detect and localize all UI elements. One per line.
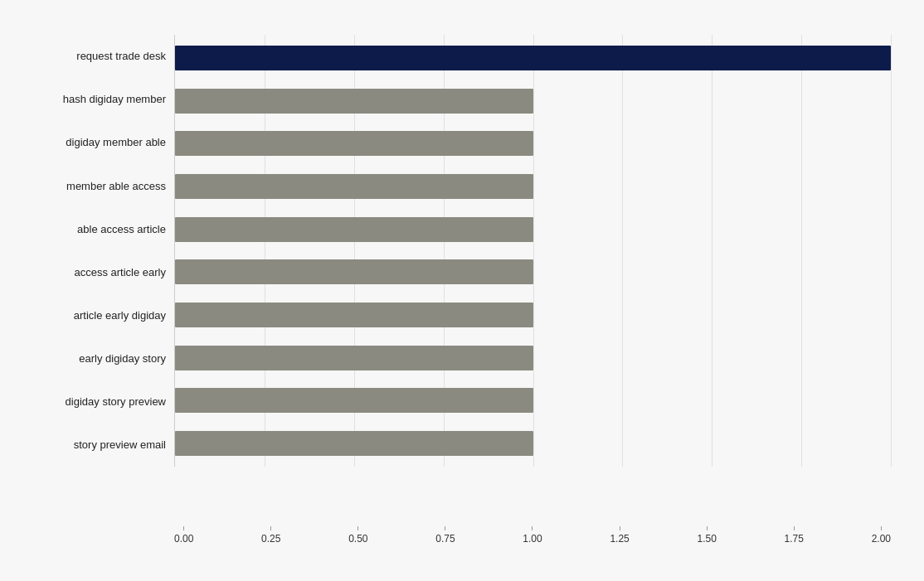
x-tick-label: 1.25: [610, 533, 629, 545]
bar: [175, 89, 533, 114]
x-tick-label: 0.75: [435, 533, 455, 545]
bar-row: [175, 43, 891, 73]
x-tick: 0.25: [261, 526, 280, 545]
x-tick-label: 0.25: [261, 533, 280, 545]
y-label: access article early: [33, 266, 166, 279]
y-label: early digiday story: [33, 352, 166, 366]
chart-container: request trade deskhash digiday memberdig…: [0, 0, 924, 581]
bar: [175, 303, 533, 327]
x-tick-label: 0.00: [174, 533, 193, 545]
y-label: digiday member able: [33, 136, 166, 149]
x-tick: 1.50: [697, 526, 716, 545]
grid-line: [891, 35, 892, 467]
x-tick-label: 1.75: [785, 533, 804, 545]
x-tick-line: [357, 526, 358, 530]
x-tick-line: [620, 526, 620, 530]
bar-row: [175, 215, 891, 245]
bar-row: [175, 172, 891, 201]
bar-row: [175, 257, 891, 287]
y-axis: request trade deskhash digiday memberdig…: [33, 35, 174, 467]
y-label: article early digiday: [33, 309, 166, 322]
bar: [175, 388, 533, 413]
x-tick-label: 0.50: [348, 533, 367, 545]
x-axis: 0.000.250.500.751.001.251.501.752.00: [174, 526, 891, 545]
x-tick-line: [183, 526, 184, 530]
x-tick: 0.75: [435, 526, 455, 545]
bar-row: [175, 86, 891, 116]
bar-row: [175, 343, 891, 373]
bar: [175, 431, 533, 456]
chart-title: [33, 17, 891, 20]
x-tick-line: [270, 526, 271, 530]
y-label: story preview email: [33, 438, 166, 452]
y-label: able access article: [33, 223, 166, 236]
bar-row: [175, 385, 891, 415]
x-tick: 1.25: [610, 526, 629, 545]
bar: [175, 346, 533, 370]
bar-row: [175, 428, 891, 458]
bar: [175, 46, 891, 70]
y-label: member able access: [33, 180, 166, 193]
y-label: request trade desk: [33, 50, 166, 63]
x-tick-label: 1.50: [697, 533, 716, 545]
x-tick-label: 2.00: [872, 533, 891, 545]
y-label: digiday story preview: [33, 395, 166, 409]
x-tick-line: [532, 526, 533, 530]
bar-row: [175, 300, 891, 330]
x-tick: 2.00: [872, 526, 891, 545]
x-tick: 1.00: [523, 526, 542, 545]
bar: [175, 259, 533, 284]
x-tick-line: [881, 526, 882, 530]
bar: [175, 174, 533, 199]
x-tick-line: [445, 526, 445, 530]
x-tick-line: [707, 526, 708, 530]
bar: [175, 131, 533, 156]
x-tick: 0.00: [174, 526, 193, 545]
bar-row: [175, 128, 891, 158]
x-tick-label: 1.00: [523, 533, 542, 545]
plot-area: [174, 35, 891, 467]
bar: [175, 217, 533, 242]
y-label: hash digiday member: [33, 93, 166, 106]
x-tick: 0.50: [348, 526, 367, 545]
x-tick-line: [794, 526, 795, 530]
x-tick: 1.75: [785, 526, 804, 545]
